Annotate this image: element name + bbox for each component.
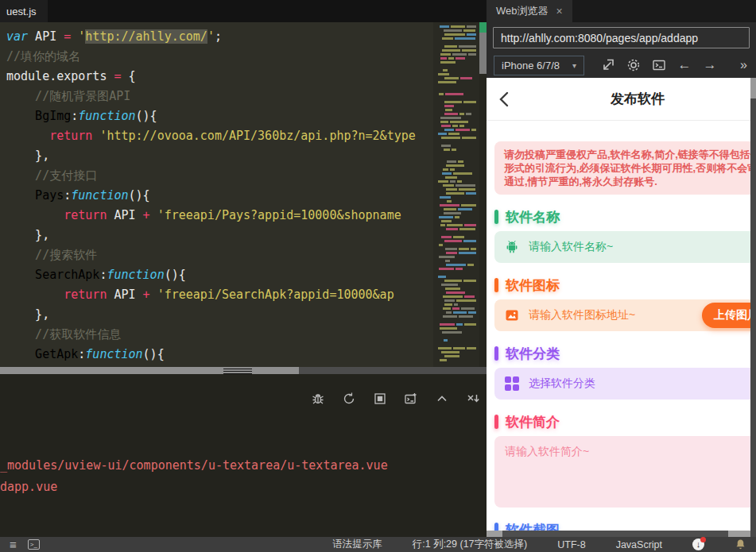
- status-bar: ≡ >_ 语法提示库 行:1 列:29 (17字符被选择) UTF-8 Java…: [0, 537, 756, 552]
- scrollbar-corner: [750, 531, 756, 537]
- section-accent-bar: [494, 278, 498, 292]
- android-icon: [505, 240, 519, 254]
- section-accent-bar: [494, 415, 498, 429]
- forward-arrow-icon[interactable]: →: [703, 58, 717, 72]
- stop-icon[interactable]: [373, 392, 387, 406]
- grid-icon: [505, 376, 519, 391]
- resize-icon[interactable]: [601, 58, 615, 72]
- section-header: 软件名称: [494, 207, 756, 226]
- code-editor[interactable]: var API = 'http://ahlly.com/';//填你的域名mod…: [0, 22, 433, 367]
- form-section: 软件名称请输入软件名称~: [487, 207, 756, 263]
- form-sections: 软件名称请输入软件名称~软件图标请输入软件图标地址~上传图片软件分类选择软件分类…: [487, 207, 756, 537]
- section-header: 软件图标: [494, 276, 756, 295]
- editor-pane: uest.js var API = 'http://ahlly.com/';//…: [0, 0, 487, 537]
- page-header: 发布软件: [487, 78, 756, 121]
- code-line[interactable]: //搜索软件: [6, 245, 433, 265]
- field-placeholder: 请输入软件名称~: [529, 240, 613, 254]
- update-download-icon[interactable]: ↓: [692, 538, 704, 550]
- terminal-status-icon[interactable]: >_: [28, 539, 40, 550]
- section-label: 软件名称: [506, 208, 560, 226]
- code-line[interactable]: //支付接口: [6, 166, 433, 186]
- console-output: _modules/uview-ui/components/u-textarea/…: [0, 455, 388, 498]
- code-line[interactable]: var API = 'http://ahlly.com/';: [6, 27, 433, 47]
- browser-pane: Web浏览器 × iPhone 6/7/8 ▾: [487, 0, 756, 537]
- field-placeholder: 选择软件分类: [529, 376, 595, 391]
- preview-horizontal-scrollbar-thumb[interactable]: [502, 531, 728, 537]
- encoding-status[interactable]: UTF-8: [557, 539, 585, 550]
- code-line[interactable]: module.exports = {: [6, 67, 433, 87]
- code-line[interactable]: return API + 'freeapi/SearchApk?appid=10…: [6, 285, 433, 305]
- section-label: 软件分类: [506, 345, 560, 363]
- close-panel-icon[interactable]: [466, 392, 480, 406]
- terminal-icon[interactable]: [652, 58, 666, 72]
- cursor-position-status[interactable]: 行:1 列:29 (17字符被选择): [413, 538, 527, 551]
- editor-tab-bar: uest.js: [0, 0, 487, 22]
- editor-tab-label: uest.js: [6, 6, 37, 17]
- section-label: 软件图标: [506, 276, 560, 295]
- new-terminal-icon[interactable]: [404, 392, 418, 406]
- phone-page: 发布软件 请勿投稿严重侵权产品,软件名称,简介,链接等不得包括任何形式的引流行为…: [487, 78, 756, 537]
- preview-vertical-scrollbar[interactable]: [750, 78, 756, 531]
- page-preview: 发布软件 请勿投稿严重侵权产品,软件名称,简介,链接等不得包括任何形式的引流行为…: [487, 78, 756, 537]
- field-placeholder: 请输入软件图标地址~: [529, 308, 635, 322]
- ide-window: uest.js var API = 'http://ahlly.com/';//…: [0, 0, 756, 552]
- console-line: dapp.vue: [0, 477, 388, 498]
- browser-toolbar: iPhone 6/7/8 ▾ ← → »: [487, 52, 756, 78]
- text-input-field[interactable]: 请输入软件名称~: [494, 231, 756, 263]
- browser-tab[interactable]: Web浏览器 ×: [487, 0, 572, 22]
- code-line[interactable]: SearchApk:function(){: [6, 265, 433, 285]
- section-header: 软件简介: [494, 412, 756, 431]
- code-line[interactable]: //随机背景图API: [6, 87, 433, 106]
- syntax-lib-status[interactable]: 语法提示库: [332, 538, 382, 551]
- language-status[interactable]: JavaScript: [616, 539, 662, 550]
- more-icon[interactable]: »: [740, 58, 749, 72]
- section-header: 软件分类: [494, 344, 756, 363]
- preview-vertical-scrollbar-thumb[interactable]: [750, 78, 756, 98]
- code-line[interactable]: return API + 'freeapi/Pays?appid=10000&s…: [6, 206, 433, 226]
- device-selector-value: iPhone 6/7/8: [502, 60, 560, 71]
- code-line[interactable]: },: [6, 146, 433, 166]
- image-icon: [505, 308, 519, 322]
- code-line[interactable]: GetApk:function(){: [6, 345, 433, 365]
- browser-tab-label: Web浏览器: [496, 4, 549, 18]
- menu-icon[interactable]: ≡: [10, 538, 17, 550]
- device-selector[interactable]: iPhone 6/7/8 ▾: [494, 56, 584, 75]
- console-panel: _modules/uview-ui/components/u-textarea/…: [0, 374, 487, 537]
- editor-vertical-scrollbar[interactable]: [479, 22, 487, 367]
- chevron-down-icon: ▾: [572, 61, 576, 70]
- minimap-bars: [436, 25, 478, 365]
- form-section: 软件图标请输入软件图标地址~上传图片: [487, 276, 756, 331]
- warning-notice: 请勿投稿严重侵权产品,软件名称,简介,链接等不得包括任何形式的引流行为,必须保证…: [494, 141, 756, 195]
- category-select-field[interactable]: 选择软件分类: [494, 368, 756, 400]
- section-accent-bar: [494, 346, 498, 361]
- editor-tab-request-js[interactable]: uest.js: [0, 0, 48, 22]
- console-line: _modules/uview-ui/components/u-textarea/…: [0, 455, 388, 477]
- console-toolbar: [311, 392, 480, 406]
- code-line[interactable]: //获取软件信息: [6, 325, 433, 345]
- scrollbar-selection-marker: [479, 22, 487, 33]
- close-icon[interactable]: ×: [556, 5, 563, 17]
- code-line[interactable]: },: [6, 226, 433, 245]
- editor-horizontal-scrollbar-thumb[interactable]: [0, 367, 299, 374]
- gear-icon[interactable]: [626, 58, 641, 72]
- code-line[interactable]: return 'http://ovooa.com/API/360bz/api.p…: [6, 126, 433, 146]
- minimap[interactable]: [433, 22, 487, 367]
- bell-icon[interactable]: [735, 538, 746, 550]
- bug-icon[interactable]: [311, 392, 325, 406]
- back-arrow-icon[interactable]: ←: [677, 58, 692, 72]
- preview-horizontal-scrollbar[interactable]: [487, 531, 756, 537]
- code-line[interactable]: BgImg:function(){: [6, 106, 433, 126]
- restart-icon[interactable]: [342, 392, 356, 406]
- code-line[interactable]: Pays:function(){: [6, 186, 433, 206]
- text-input-field[interactable]: 请输入软件图标地址~上传图片: [494, 299, 756, 331]
- section-label: 软件简介: [506, 413, 560, 431]
- upload-image-button[interactable]: 上传图片: [702, 303, 756, 328]
- code-line[interactable]: },: [6, 305, 433, 325]
- form-section: 软件分类选择软件分类: [487, 344, 756, 400]
- description-textarea[interactable]: 请输入软件简介~: [494, 436, 756, 508]
- page-title: 发布软件: [487, 78, 756, 121]
- collapse-icon[interactable]: [435, 392, 449, 406]
- editor-vertical-scrollbar-thumb[interactable]: [479, 33, 487, 74]
- code-line[interactable]: //填你的域名: [6, 47, 433, 67]
- url-input[interactable]: [493, 27, 750, 48]
